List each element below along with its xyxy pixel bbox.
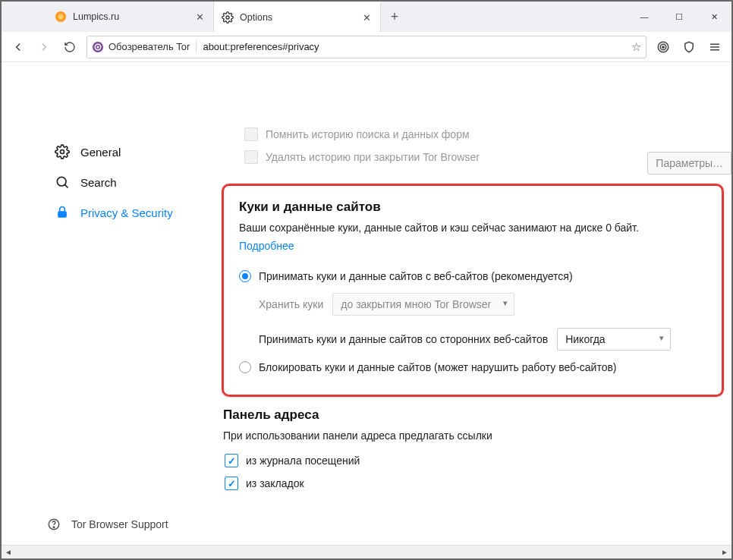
- svg-rect-12: [58, 211, 67, 217]
- new-tab-button[interactable]: +: [381, 2, 408, 32]
- search-icon: [55, 175, 70, 190]
- horizontal-scrollbar[interactable]: ◄ ►: [2, 545, 731, 558]
- svg-point-9: [662, 46, 664, 47]
- close-icon[interactable]: ✕: [360, 11, 373, 24]
- svg-point-14: [53, 527, 55, 528]
- history-suggest-checkbox-row[interactable]: из журнала посещений: [223, 449, 724, 472]
- bookmark-star-icon[interactable]: ☆: [631, 40, 641, 54]
- tab-label: Options: [240, 12, 360, 23]
- url-bar[interactable]: Обозреватель Tor ☆: [87, 36, 646, 58]
- tab-options[interactable]: Options ✕: [214, 2, 381, 32]
- address-bar-desc: При использовании панели адреса предлага…: [223, 429, 724, 444]
- minimize-button[interactable]: —: [627, 2, 662, 32]
- window-controls: — ☐ ✕: [627, 2, 731, 32]
- remember-forms-checkbox-row[interactable]: Помнить историю поиска и данных форм: [222, 123, 724, 146]
- settings-button[interactable]: Параметры…: [647, 152, 731, 175]
- scroll-track[interactable]: [15, 546, 718, 558]
- preferences-sidebar: General Search Privacy & Security Tor Br…: [2, 62, 214, 545]
- orange-circle-icon: [55, 11, 67, 23]
- sidebar-item-label: Privacy & Security: [80, 206, 173, 219]
- question-icon: [47, 518, 61, 531]
- preferences-main: Помнить историю поиска и данных форм Уда…: [214, 62, 731, 545]
- maximize-button[interactable]: ☐: [662, 2, 697, 32]
- cookies-desc: Ваши сохранённые куки, данные сайтов и к…: [239, 221, 706, 236]
- lock-icon: [55, 205, 70, 220]
- tor-onion-button[interactable]: [651, 35, 675, 59]
- identity-label: Обозреватель Tor: [109, 41, 190, 52]
- checkbox-icon: [244, 127, 258, 141]
- radio-icon: [239, 361, 251, 373]
- support-label: Tor Browser Support: [71, 518, 168, 530]
- sidebar-item-search[interactable]: Search: [47, 168, 199, 196]
- radio-icon: [239, 270, 251, 282]
- third-party-dropdown[interactable]: Никогда: [557, 328, 671, 351]
- close-icon[interactable]: ✕: [193, 11, 206, 23]
- keep-cookies-row: Хранить куки до закрытия мною Tor Browse…: [239, 287, 706, 322]
- forward-button[interactable]: [32, 35, 56, 59]
- address-bar-title: Панель адреса: [223, 407, 724, 423]
- nav-bar: Обозреватель Tor ☆: [2, 32, 731, 62]
- url-input[interactable]: [197, 41, 631, 52]
- bookmarks-suggest-checkbox-row[interactable]: из закладок: [223, 472, 724, 495]
- scroll-right-icon[interactable]: ►: [718, 546, 731, 558]
- onion-icon: [92, 41, 104, 53]
- identity-box[interactable]: Обозреватель Tor: [92, 41, 197, 53]
- third-party-row: Принимать куки и данные сайтов со сторон…: [239, 322, 706, 357]
- sidebar-item-privacy[interactable]: Privacy & Security: [47, 199, 199, 226]
- checkbox-icon: [244, 150, 258, 164]
- tab-lumpics[interactable]: Lumpics.ru ✕: [47, 2, 214, 32]
- support-link[interactable]: Tor Browser Support: [47, 518, 168, 531]
- gear-icon: [222, 11, 234, 24]
- svg-point-10: [61, 150, 64, 154]
- close-button[interactable]: ✕: [697, 2, 731, 32]
- svg-point-6: [97, 46, 99, 48]
- sidebar-item-general[interactable]: General: [47, 138, 199, 165]
- gear-icon: [55, 144, 70, 159]
- checkbox-icon: [225, 454, 238, 467]
- bookmarks-suggest-label: из закладок: [246, 477, 304, 489]
- learn-more-link[interactable]: Подробнее: [239, 240, 294, 252]
- scroll-left-icon[interactable]: ◄: [2, 546, 15, 558]
- address-bar-section: Панель адреса При использовании панели а…: [222, 407, 724, 496]
- keep-cookies-dropdown[interactable]: до закрытия мною Tor Browser: [332, 293, 514, 316]
- svg-point-2: [226, 16, 229, 19]
- tab-label: Lumpics.ru: [73, 11, 193, 22]
- accept-cookies-radio[interactable]: Принимать куки и данные сайтов с веб-сай…: [239, 266, 706, 287]
- accept-cookies-label: Принимать куки и данные сайтов с веб-сай…: [259, 270, 573, 282]
- svg-point-1: [58, 14, 64, 20]
- block-cookies-label: Блокировать куки и данные сайтов (может …: [259, 361, 617, 373]
- history-suggest-label: из журнала посещений: [246, 455, 360, 467]
- reload-button[interactable]: [58, 35, 82, 59]
- remember-forms-label: Помнить историю поиска и данных форм: [266, 128, 470, 140]
- back-button[interactable]: [6, 35, 30, 59]
- block-cookies-radio[interactable]: Блокировать куки и данные сайтов (может …: [239, 357, 706, 378]
- cookies-title: Куки и данные сайтов: [239, 200, 706, 215]
- sidebar-item-label: Search: [80, 176, 117, 189]
- title-bar: Lumpics.ru ✕ Options ✕ + — ☐ ✕: [2, 2, 731, 32]
- keep-cookies-label: Хранить куки: [259, 298, 323, 310]
- checkbox-icon: [225, 477, 238, 490]
- shield-icon[interactable]: [677, 35, 701, 59]
- menu-button[interactable]: [703, 35, 727, 59]
- cookies-section-highlight: Куки и данные сайтов Ваши сохранённые ку…: [222, 184, 724, 397]
- clear-on-close-label: Удалять историю при закрытии Tor Browser: [266, 151, 480, 163]
- svg-point-11: [57, 177, 66, 186]
- content-area: General Search Privacy & Security Tor Br…: [2, 62, 731, 545]
- third-party-label: Принимать куки и данные сайтов со сторон…: [259, 333, 548, 345]
- sidebar-item-label: General: [80, 146, 121, 159]
